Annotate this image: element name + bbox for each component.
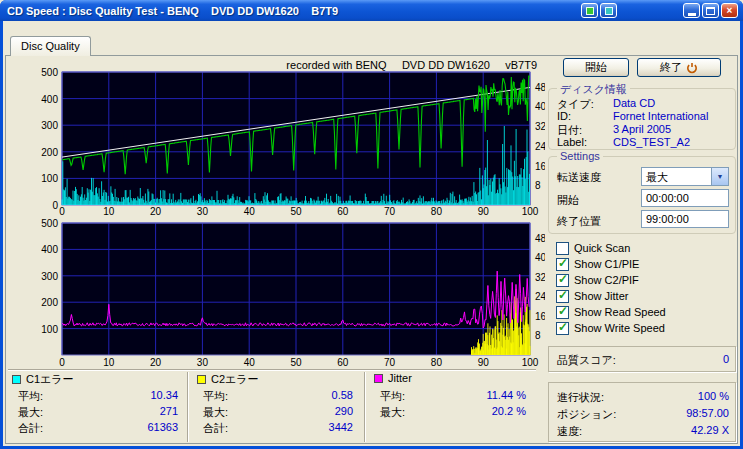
y-left-tick-label: 200 bbox=[41, 147, 58, 158]
x-tick-label: 30 bbox=[197, 357, 209, 368]
x-tick-label: 90 bbox=[478, 357, 490, 368]
y-right-tick-label: 8 bbox=[535, 330, 541, 341]
checkbox-show-read-speed[interactable]: ✓ Show Read Speed bbox=[556, 305, 666, 319]
c2-max-row: 最大:290 bbox=[203, 405, 353, 420]
y-right-tick-label: 48 bbox=[535, 233, 545, 244]
c2-total-label: 合計: bbox=[203, 421, 228, 436]
jitter-legend-title: Jitter bbox=[388, 372, 412, 384]
c2-average-value: 0.58 bbox=[332, 389, 353, 404]
start-position-input[interactable]: 00:00:00 bbox=[641, 189, 729, 207]
x-tick-label: 0 bbox=[59, 357, 65, 368]
c1-average-label: 平均: bbox=[18, 389, 43, 404]
y-left-tick-label: 100 bbox=[41, 173, 58, 184]
c1-max-row: 最大:271 bbox=[18, 405, 178, 420]
maximize-icon bbox=[706, 7, 715, 15]
checkbox-box[interactable]: ✓ bbox=[556, 306, 569, 319]
c2-total-value: 3442 bbox=[329, 421, 353, 436]
check-icon: ✓ bbox=[558, 256, 568, 270]
checkbox-show-c2-pif[interactable]: ✓ Show C2/PIF bbox=[556, 273, 639, 287]
check-icon: ✓ bbox=[558, 304, 568, 318]
checkbox-show-jitter[interactable]: ✓ Show Jitter bbox=[556, 289, 628, 303]
end-position-input[interactable]: 99:00:00 bbox=[641, 210, 729, 228]
bottom-chart: 1002003004005008162432404801020304050607… bbox=[0, 216, 545, 368]
y-right-tick-label: 32 bbox=[535, 121, 545, 132]
c1-max-label: 最大: bbox=[18, 405, 43, 420]
x-tick-label: 50 bbox=[290, 357, 302, 368]
x-tick-label: 70 bbox=[384, 357, 396, 368]
titlebar[interactable]: CD Speed : Disc Quality Test - BENQ DVD … bbox=[0, 0, 743, 21]
c1-max-value: 271 bbox=[160, 405, 178, 420]
checkbox-show-c1-pie[interactable]: ✓ Show C1/PIE bbox=[556, 257, 639, 271]
checkbox-show-write-speed-label: Show Write Speed bbox=[574, 322, 665, 334]
position-value: 98:57.00 bbox=[686, 407, 729, 422]
legend-separator bbox=[8, 369, 536, 371]
status-box: 進行状況: 100 % ポジション: 98:57.00 速度: 42.29 X bbox=[548, 382, 736, 442]
c1-color-swatch-icon bbox=[12, 375, 21, 384]
x-tick-label: 80 bbox=[431, 357, 443, 368]
exit-button[interactable]: 終了 bbox=[637, 58, 721, 77]
c2-color-swatch-icon bbox=[197, 375, 206, 384]
checkbox-quick-scan[interactable]: ✓ Quick Scan bbox=[556, 241, 630, 255]
c1-average-value: 10.34 bbox=[150, 389, 178, 404]
minimize-button[interactable] bbox=[683, 3, 700, 18]
jitter-average-row: 平均:11.44 % bbox=[380, 389, 526, 404]
y-left-tick-label: 300 bbox=[41, 271, 58, 282]
y-right-tick-label: 16 bbox=[535, 161, 545, 172]
checkbox-box[interactable]: ✓ bbox=[556, 290, 569, 303]
transfer-speed-select[interactable]: 最大 ▼ bbox=[641, 167, 729, 186]
disc-id-label: ID: bbox=[557, 110, 613, 122]
c2-max-value: 290 bbox=[335, 405, 353, 420]
titlebar-blue-icon[interactable] bbox=[600, 3, 617, 18]
start-button-label: 開始 bbox=[585, 60, 607, 75]
y-left-tick-label: 200 bbox=[41, 297, 58, 308]
disc-info-row-id: ID:Fornet International bbox=[557, 110, 731, 122]
close-icon: × bbox=[727, 6, 733, 16]
y-right-tick-label: 48 bbox=[535, 82, 545, 93]
x-tick-label: 20 bbox=[150, 357, 162, 368]
checkbox-box[interactable]: ✓ bbox=[556, 274, 569, 287]
y-left-tick-label: 100 bbox=[41, 324, 58, 335]
y-left-tick-label: 0 bbox=[52, 200, 58, 211]
start-button[interactable]: 開始 bbox=[563, 58, 629, 77]
checkbox-box[interactable]: ✓ bbox=[556, 322, 569, 335]
y-left-tick-label: 300 bbox=[41, 120, 58, 131]
c2-errors-legend-header: C2エラー bbox=[197, 372, 259, 387]
y-right-tick-label: 40 bbox=[535, 101, 545, 112]
speed-label: 速度: bbox=[557, 424, 582, 439]
y-right-tick-label: 24 bbox=[535, 141, 545, 152]
progress-label: 進行状況: bbox=[557, 390, 604, 405]
checkbox-show-write-speed[interactable]: ✓ Show Write Speed bbox=[556, 321, 665, 335]
check-icon: ✓ bbox=[558, 272, 568, 286]
jitter-average-label: 平均: bbox=[380, 389, 405, 404]
c1-total-value: 61363 bbox=[147, 421, 178, 436]
checkbox-box[interactable]: ✓ bbox=[556, 258, 569, 271]
settings-group: Settings 転送速度 最大 ▼ 開始 00:00:00 終了位置 99:0… bbox=[548, 156, 736, 234]
checkbox-quick-scan-label: Quick Scan bbox=[574, 242, 630, 254]
check-icon: ✓ bbox=[558, 288, 568, 302]
start-position-label: 開始 bbox=[557, 193, 579, 208]
titlebar-green-icon[interactable] bbox=[581, 3, 598, 18]
legend-divider-2 bbox=[364, 372, 366, 442]
tab-disc-quality[interactable]: Disc Quality bbox=[10, 36, 91, 56]
position-row: ポジション: 98:57.00 bbox=[557, 407, 729, 422]
c1-errors-legend-header: C1エラー bbox=[12, 372, 74, 387]
y-left-tick-label: 400 bbox=[41, 94, 58, 105]
checkbox-box[interactable]: ✓ bbox=[556, 242, 569, 255]
progress-value: 100 % bbox=[698, 390, 729, 405]
quality-score-row: 品質スコア: 0 bbox=[557, 353, 729, 368]
settings-group-title: Settings bbox=[557, 150, 603, 162]
close-button[interactable]: × bbox=[721, 3, 738, 18]
top-chart: 0100200300400500816243240480102030405060… bbox=[0, 58, 545, 218]
c1-average-row: 平均:10.34 bbox=[18, 389, 178, 404]
disc-info-row-label: Label:CDS_TEST_A2 bbox=[557, 136, 731, 148]
jitter-average-value: 11.44 % bbox=[486, 389, 526, 404]
y-right-tick-label: 40 bbox=[535, 252, 545, 263]
y-left-tick-label: 500 bbox=[41, 218, 58, 229]
c2-max-label: 最大: bbox=[203, 405, 228, 420]
minimize-icon bbox=[688, 13, 696, 16]
chevron-down-icon[interactable]: ▼ bbox=[711, 168, 728, 185]
position-label: ポジション: bbox=[557, 407, 616, 422]
check-icon: ✓ bbox=[558, 320, 568, 334]
maximize-button[interactable] bbox=[702, 3, 719, 18]
c2-legend-title: C2エラー bbox=[211, 372, 259, 387]
